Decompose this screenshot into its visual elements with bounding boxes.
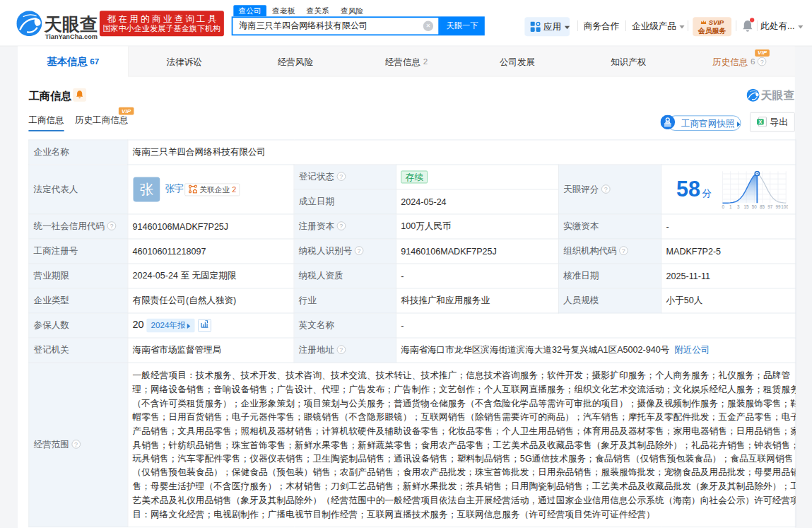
svg-text:X: X xyxy=(758,119,762,125)
svg-text:100: 100 xyxy=(781,204,788,209)
svg-text:天眼查: 天眼查 xyxy=(760,89,795,101)
svg-text:97: 97 xyxy=(767,204,772,209)
svg-text:50: 50 xyxy=(752,204,757,209)
svg-text:15: 15 xyxy=(744,204,749,209)
svg-text:99: 99 xyxy=(775,204,780,209)
svg-text:3: 3 xyxy=(737,204,740,209)
svg-text:0: 0 xyxy=(722,204,725,209)
svg-text:85: 85 xyxy=(760,204,765,209)
svg-text:1: 1 xyxy=(729,204,732,209)
